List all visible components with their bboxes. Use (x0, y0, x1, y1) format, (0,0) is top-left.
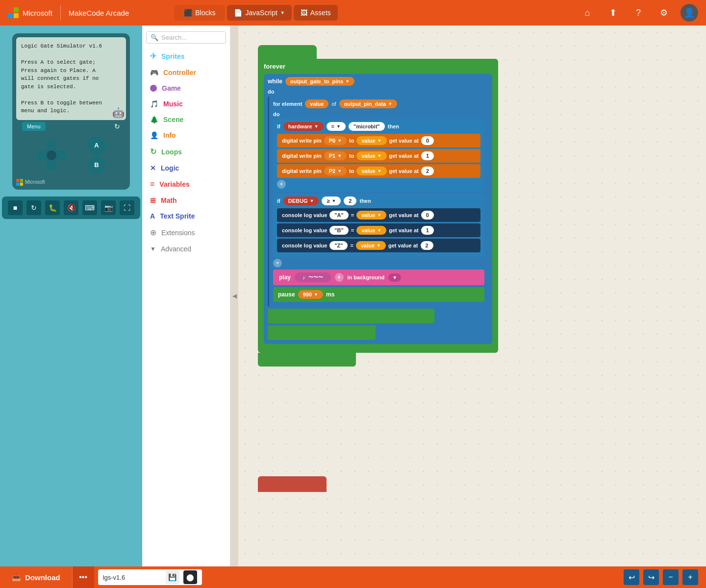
of-keyword: of (331, 101, 336, 107)
b-str-pill[interactable]: "B" (329, 226, 348, 235)
p0-pill[interactable]: P0 ▼ (324, 136, 347, 145)
gte-pill[interactable]: ≥ ▼ (322, 196, 341, 205)
sidebar-item-extensions[interactable]: ⊕ Extensions (142, 224, 230, 241)
sidebar-item-math[interactable]: ⊞ Math (142, 193, 230, 208)
project-name-input[interactable] (103, 574, 162, 581)
controller-icon: 🎮 (150, 69, 158, 76)
redo-button[interactable]: ↪ (643, 569, 659, 585)
then-keyword-2: then (359, 198, 371, 204)
output-pin-data-pill[interactable]: output_pin_data ▼ (339, 99, 397, 108)
home-button[interactable]: ⌂ (579, 4, 596, 22)
value-pill-p2[interactable]: value ▼ (356, 167, 386, 175)
sim-stop-button[interactable]: ■ (8, 200, 23, 215)
dots-icon: ••• (79, 573, 87, 582)
help-button[interactable]: ? (630, 4, 647, 22)
dots-menu-button[interactable]: ••• (73, 566, 94, 588)
sidebar-item-advanced[interactable]: ▼ Advanced (142, 241, 230, 257)
p2-pill[interactable]: P2 ▼ (324, 167, 347, 175)
save-button[interactable]: 💾 (166, 570, 179, 584)
music-note-icon: ♪ (303, 274, 305, 280)
zoom-in-button[interactable]: + (682, 569, 698, 585)
value-pill-p0[interactable]: value ▼ (356, 136, 386, 145)
tab-javascript[interactable]: 📄 JavaScript ▼ (227, 5, 291, 21)
tab-blocks[interactable]: ⬛ Blocks (174, 5, 225, 21)
two-pill[interactable]: 2 (344, 196, 356, 205)
value-pill-b[interactable]: value ▼ (356, 226, 386, 235)
sidebar-item-info[interactable]: 👤 Info (142, 127, 230, 143)
value-pill-z[interactable]: value ▼ (356, 241, 386, 250)
block-canvas[interactable]: forever while output_gate_to_pins ▼ do (238, 25, 706, 566)
avatar-button[interactable]: 👤 (681, 4, 698, 22)
debug-pill[interactable]: DEBUG ▼ (283, 196, 319, 205)
play-keyword: play (279, 274, 291, 281)
console-log-b: console log value "B" = value ▼ get valu… (277, 223, 480, 237)
pause-value-pill[interactable]: 990 ▼ (298, 290, 323, 299)
value-pill[interactable]: value (305, 99, 328, 108)
sim-menu-button[interactable]: Menu (22, 122, 46, 131)
sidebar-item-music[interactable]: 🎵 Music (142, 96, 230, 112)
equals-pill[interactable]: = ▼ (327, 122, 346, 131)
advanced-chevron-icon: ▼ (150, 245, 156, 252)
block-bottom-cap-2 (268, 325, 376, 340)
forever-block: forever while output_gate_to_pins ▼ do (258, 59, 498, 353)
chevron-down-icon: ▼ (280, 10, 285, 15)
sim-keyboard-button[interactable]: ⌨ (82, 200, 97, 215)
loops-icon: ↻ (150, 147, 156, 156)
sidebar-item-game[interactable]: Game (142, 80, 230, 96)
sim-debug-button[interactable]: 🐛 (45, 200, 60, 215)
add-block-button-2[interactable]: + (273, 259, 282, 268)
logic-icon: ✕ (150, 164, 156, 172)
sidebar-item-variables[interactable]: ≡ Variables (142, 176, 230, 193)
assets-label: Assets (310, 9, 331, 17)
pause-block: pause 990 ▼ ms (273, 287, 484, 302)
a-str-pill[interactable]: "A" (329, 211, 348, 220)
simulator-screen: Logic Gate Simulator v1.6 Press A to sel… (12, 33, 130, 190)
search-bar[interactable]: 🔍 Search... (146, 31, 226, 44)
hardware-pill[interactable]: hardware ▼ (283, 122, 324, 131)
undo-button[interactable]: ↩ (624, 569, 639, 585)
output-gate-pill[interactable]: output_gate_to_pins ▼ (285, 77, 354, 86)
dpad (37, 141, 66, 170)
loops-label: Loops (161, 148, 182, 156)
value-pill-a[interactable]: value ▼ (356, 211, 386, 220)
dig-write-p1: digital write pin P1 ▼ to value ▼ get va… (277, 149, 480, 163)
add-music-button[interactable]: + (335, 273, 344, 282)
sidebar-collapse-handle[interactable]: ◀ (230, 25, 238, 566)
button-b[interactable]: B (88, 156, 105, 174)
share-button[interactable]: ⬆ (604, 4, 622, 22)
sidebar-item-controller[interactable]: 🎮 Controller (142, 65, 230, 80)
for-element-block: for element value of output_pin_data ▼ d… (268, 97, 488, 307)
sim-refresh-button[interactable]: ↻ (114, 122, 120, 130)
console-log-a: console log value "A" = value ▼ get valu… (277, 208, 480, 222)
idx1-b-pill[interactable]: 1 (421, 226, 434, 235)
zoom-out-button[interactable]: − (663, 569, 679, 585)
z-str-pill[interactable]: "Z" (329, 241, 348, 250)
music-wave-block[interactable]: ♪ 〜〜〜 (295, 272, 331, 282)
if-debug-block: if DEBUG ▼ ≥ ▼ 2 then (273, 194, 484, 257)
sim-mute-button[interactable]: 🔇 (64, 200, 78, 215)
sim-screenshot-button[interactable]: 📷 (101, 200, 116, 215)
button-a[interactable]: A (88, 137, 105, 154)
value-pill-p1[interactable]: value ▼ (356, 151, 386, 160)
idx2-z-pill[interactable]: 2 (421, 241, 433, 250)
top-nav: Microsoft MakeCode Arcade ⬛ Blocks 📄 Jav… (0, 0, 706, 25)
sidebar-item-text-sprite[interactable]: A Text Sprite (142, 208, 230, 224)
settings-button[interactable]: ⚙ (655, 4, 673, 22)
sidebar-item-sprites[interactable]: ✈ Sprites (142, 48, 230, 65)
background-dropdown[interactable]: ▼ (388, 273, 401, 282)
idx0-a-pill[interactable]: 0 (421, 211, 434, 220)
sidebar-item-scene[interactable]: 🌲 Scene (142, 112, 230, 127)
idx1-pill[interactable]: 1 (421, 151, 434, 160)
sidebar-item-loops[interactable]: ↻ Loops (142, 143, 230, 160)
add-block-button-1[interactable]: + (277, 180, 286, 189)
idx2-pill[interactable]: 2 (421, 167, 434, 175)
tab-assets[interactable]: 🖼 Assets (294, 5, 338, 21)
microbit-pill[interactable]: "microbit" (349, 122, 385, 131)
idx0-pill[interactable]: 0 (421, 136, 434, 145)
sidebar-item-logic[interactable]: ✕ Logic (142, 160, 230, 176)
sim-play-button[interactable]: ↻ (26, 200, 41, 215)
github-button[interactable]: ⬤ (183, 570, 197, 584)
sim-fullscreen-button[interactable]: ⛶ (120, 200, 134, 215)
p1-pill[interactable]: P1 ▼ (324, 151, 347, 160)
download-button[interactable]: 📥 Download (0, 566, 73, 588)
